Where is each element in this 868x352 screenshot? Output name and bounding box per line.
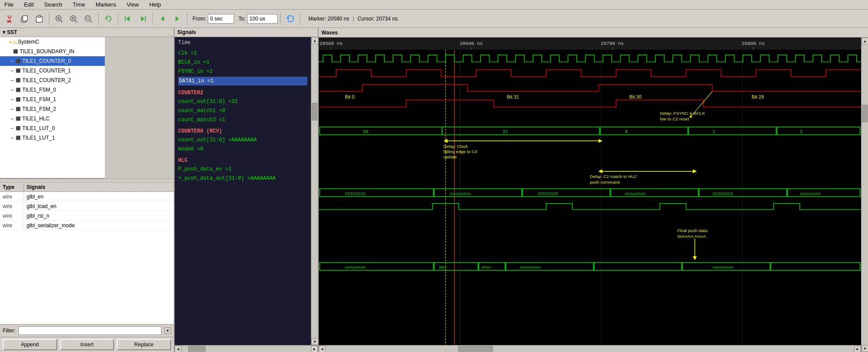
signals-scrollbar-v[interactable]: ▲ ▼ [311,37,318,345]
waves-svg: Bit 0 Bit 31 Bit 30 Bit 29 Delay: FSYNC … [319,50,861,345]
hex-aaaaaaaa-bot3: AAAAAAAA [712,265,733,270]
sig-name-glbl-load: glbl_load_en [24,202,59,210]
back-button[interactable] [155,12,169,26]
menu-help[interactable]: Help [147,0,164,9]
section-counter0-label: COUNTER0 (RCV) [178,128,307,134]
scroll-thumb-v[interactable] [312,103,317,120]
sig-clk: clk =1 [178,49,307,57]
scroll-down-btn[interactable]: ▼ [311,338,318,345]
waves-v-track[interactable] [861,44,868,345]
tree-item-systemc[interactable]: ▾ 🗂 SystemC [0,37,105,47]
zoom-out-button[interactable] [82,12,96,26]
tree-label-boundary: TILE1_BOUNDARY_IN [20,48,74,55]
sig-row-glbl-rst[interactable]: wire glbl_rst_n [0,211,174,221]
hex-aaaaaaaa-2: AAAAAAAA [625,191,646,196]
waves-scroll-right[interactable]: ► [854,345,861,352]
tree-label-counter0: TILE1_COUNTER_0 [22,58,71,64]
scroll-right-btn[interactable]: ► [311,345,318,352]
menu-view[interactable]: View [124,0,141,9]
copy-button[interactable] [17,12,31,26]
tree-item-tile1-lut0[interactable]: ─ ⬛ TILE1_LUT_0 [0,123,105,133]
append-button[interactable]: Append [3,339,57,350]
sst-separator: · · · · · · · [0,179,174,182]
menu-markers[interactable]: Markers [93,0,119,9]
svg-line-13 [90,20,92,23]
tree-item-tile1-boundary[interactable]: ⬛ TILE1_BOUNDARY_IN [0,47,105,56]
col-signals-header: Signals [24,183,48,191]
signals-content[interactable]: Time clk =1 BCLK_in =1 FSYNC_in =1 DATA1… [175,37,311,345]
sig-row-glbl-en[interactable]: wire glbl_en [0,192,174,202]
from-input[interactable] [208,14,234,24]
insert-button[interactable]: Insert [60,339,114,350]
sig-rows[interactable]: wire glbl_en wire glbl_load_en wire glbl… [0,192,174,324]
dash-icon3: ─ [10,78,14,83]
menu-edit[interactable]: Edit [21,0,36,9]
sst-panel: ▾ SST ▾ 🗂 SystemC ⬛ TILE1_BOUNDARY_IN [0,28,175,352]
filter-scroll-btn[interactable]: ▼ [164,327,171,334]
waves-scroll-down[interactable]: ▼ [861,345,868,352]
scroll-up-btn[interactable]: ▲ [311,37,318,44]
tree-item-tile1-hlc[interactable]: ─ ⬛ TILE1_HLC [0,114,105,123]
replace-button[interactable]: Replace [117,339,171,350]
data1-wave: Bit 0 Bit 31 Bit 30 Bit 29 [319,94,861,107]
to-input[interactable] [247,14,278,24]
tree-item-tile1-counter1[interactable]: ─ ⬛ TILE1_COUNTER_1 [0,66,105,75]
tree-item-tile1-lut1[interactable]: ─ ⬛ TILE1_LUT_1 [0,133,105,143]
time-20600-label: 20600 ns [460,41,483,46]
tree-item-tile1-fsm2[interactable]: ─ ⬛ TILE1_FSM_2 [0,104,105,114]
sig-row-glbl-serializer[interactable]: wire glbl_serializer_mode [0,221,174,230]
tree-item-tile1-fsm1[interactable]: ─ ⬛ TILE1_FSM_1 [0,95,105,104]
sep1 [49,13,49,25]
paste-button[interactable] [32,12,46,26]
hex-00: 00+ [439,265,447,270]
folder-icon: ▾ 🗂 [10,39,17,45]
svg-rect-51 [771,263,860,270]
scroll-track[interactable] [311,44,318,338]
dash-icon2: ─ [10,68,14,73]
tree-label-counter2: TILE1_COUNTER_2 [22,77,71,83]
waves-scroll-up[interactable]: ▲ [861,38,868,44]
menu-file[interactable]: File [2,0,16,9]
svg-rect-18 [145,16,146,21]
waves-vscrollbar[interactable]: ▲ ▼ [861,38,868,352]
filter-input[interactable] [18,326,162,335]
clk-wave [319,55,861,62]
sst-arrow[interactable]: ▾ [3,29,5,35]
svg-rect-49 [594,263,682,270]
chip-icon-9: ⬛ [15,135,21,141]
menu-time[interactable]: Time [70,0,88,9]
waves-hscrollbar[interactable]: ◄ ► [319,345,861,352]
tree-item-tile1-fsm0[interactable]: ─ ⬛ TILE1_FSM_0 [0,85,105,95]
sig-type-glbl-load: wire [0,202,24,210]
waves-scroll-left[interactable]: ◄ [319,345,326,352]
waves-v-thumb[interactable] [862,105,868,122]
undo-button[interactable] [101,12,115,26]
signals-hscrollbar[interactable]: ◄ ► [175,345,318,352]
waves-display[interactable]: Bit 0 Bit 31 Bit 30 Bit 29 Delay: FSYNC … [319,50,861,345]
waves-h-track[interactable] [326,345,854,352]
sig-data1-selected[interactable]: DATA1_in =1 [178,77,307,85]
forward-button[interactable] [170,12,184,26]
goto-end-button[interactable] [136,12,150,26]
tree-item-tile1-counter0[interactable]: ─ ⬛ TILE1_COUNTER_0 [0,56,105,66]
svg-rect-39 [434,189,521,197]
tree-item-tile1-counter2[interactable]: ─ ⬛ TILE1_COUNTER_2 [0,75,105,85]
sst-tree-scroll[interactable]: ▾ 🗂 SystemC ⬛ TILE1_BOUNDARY_IN ─ ⬛ TILE… [0,37,105,178]
sig-row-glbl-load-en[interactable]: wire glbl_load_en [0,202,174,211]
waves-h-thumb[interactable] [458,346,493,352]
refresh-button[interactable] [283,12,297,26]
tree-label-lut1: TILE1_LUT_1 [22,135,55,141]
h-scroll-track[interactable] [182,345,311,352]
cut-button[interactable] [3,12,17,26]
scroll-left-btn[interactable]: ◄ [175,345,182,352]
h-scroll-thumb[interactable] [188,346,206,352]
dash-icon6: ─ [10,107,14,112]
zoom-fit-button[interactable] [52,12,66,26]
count-val-31: 31 [503,129,509,134]
menu-search[interactable]: Search [41,0,65,9]
section-hlc-label: HLC [178,157,307,164]
zoom-in-button[interactable] [67,12,81,26]
goto-start-button[interactable] [121,12,135,26]
hex-aaa: AAA+ [482,265,492,270]
sep3 [118,13,118,25]
